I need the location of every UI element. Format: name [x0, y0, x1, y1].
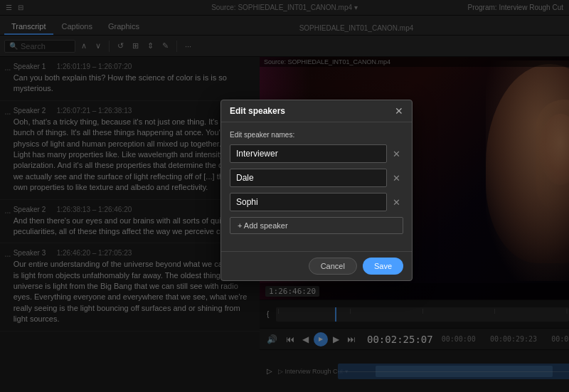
speaker-clear-2[interactable]: ✕	[390, 171, 403, 185]
modal-body: Edit speaker names: ✕ ✕ ✕ + Add speaker	[221, 122, 412, 251]
modal-title: Edit speakers	[230, 106, 285, 116]
speaker-input-3[interactable]	[230, 193, 387, 211]
save-button[interactable]: Save	[363, 258, 403, 275]
speaker-clear-3[interactable]: ✕	[390, 196, 403, 209]
speaker-row-1: ✕	[230, 144, 403, 163]
cancel-button[interactable]: Cancel	[309, 258, 357, 275]
edit-speakers-dialog: Edit speakers ✕ Edit speaker names: ✕ ✕ …	[220, 100, 413, 281]
modal-overlay: Edit speakers ✕ Edit speaker names: ✕ ✕ …	[0, 0, 569, 392]
speaker-clear-1[interactable]: ✕	[390, 147, 403, 161]
speaker-input-2[interactable]	[230, 169, 387, 187]
modal-section-label: Edit speaker names:	[230, 131, 403, 139]
modal-header: Edit speakers ✕	[221, 100, 412, 122]
modal-close-button[interactable]: ✕	[395, 106, 403, 116]
speaker-row-2: ✕	[230, 169, 403, 187]
modal-footer: Cancel Save	[221, 251, 412, 280]
add-speaker-button[interactable]: + Add speaker	[230, 217, 403, 234]
speaker-row-3: ✕	[230, 193, 403, 211]
speaker-input-1[interactable]	[230, 144, 387, 163]
